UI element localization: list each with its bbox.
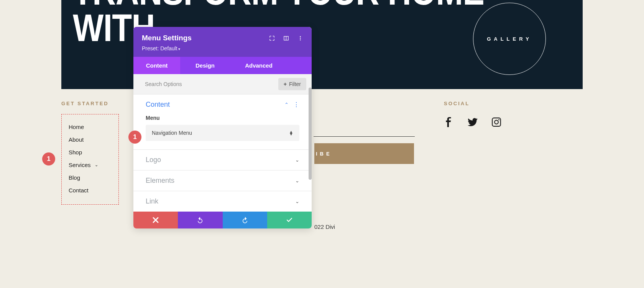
filter-button[interactable]: Filter: [278, 78, 306, 90]
nav-menu-preview: Home About Shop Services⌄ Blog Contact: [61, 114, 119, 205]
instagram-icon[interactable]: [491, 117, 501, 130]
content-group-body: Menu Navigation Menu ▲▼: [133, 115, 312, 149]
social-icons: [444, 117, 501, 130]
svg-point-0: [300, 36, 301, 37]
panel-header[interactable]: Menu Settings Preset: Default: [133, 27, 312, 57]
expand-icon[interactable]: [269, 35, 275, 41]
nav-item-home[interactable]: Home: [69, 121, 112, 133]
panel-action-bar: [133, 212, 312, 228]
nav-item-label: Home: [69, 124, 84, 130]
subscribe-button[interactable]: IBE: [314, 143, 414, 164]
social-heading: SOCIAL: [444, 101, 501, 106]
search-input[interactable]: [139, 78, 278, 90]
divider-line: [314, 136, 415, 137]
select-arrows-icon: ▲▼: [289, 131, 293, 135]
twitter-icon[interactable]: [468, 117, 478, 130]
chevron-down-icon: ⌄: [95, 162, 98, 167]
nav-item-shop[interactable]: Shop: [69, 146, 112, 159]
nav-item-label: Services: [69, 162, 91, 168]
nav-item-blog[interactable]: Blog: [69, 171, 112, 184]
gallery-button[interactable]: GALLERY: [473, 3, 546, 75]
kebab-menu-icon[interactable]: [297, 35, 303, 41]
group-link[interactable]: Link ⌄: [133, 191, 312, 212]
group-logo[interactable]: Logo ⌄: [133, 149, 312, 170]
chevron-down-icon: ⌄: [295, 157, 299, 163]
facebook-icon[interactable]: [444, 117, 454, 130]
group-content[interactable]: Content ⌃ ⋮: [133, 94, 312, 115]
redo-button[interactable]: [223, 212, 267, 228]
annotation-badge-1: 1: [42, 152, 55, 166]
search-row: Filter: [133, 74, 312, 94]
undo-button[interactable]: [178, 212, 222, 228]
svg-point-2: [300, 39, 301, 40]
group-title: Content: [146, 101, 284, 109]
nav-item-label: Contact: [69, 187, 89, 194]
tab-advanced[interactable]: Advanced: [230, 57, 288, 74]
scrollbar-thumb[interactable]: [309, 88, 312, 180]
menu-settings-panel: Menu Settings Preset: Default Content De…: [133, 27, 312, 228]
tab-design[interactable]: Design: [180, 57, 230, 74]
cancel-button[interactable]: [133, 212, 178, 228]
copyright-text: 022 Divi: [314, 223, 335, 230]
chevron-up-icon: ⌃: [284, 102, 289, 108]
menu-select-value: Navigation Menu: [152, 130, 289, 136]
tab-content[interactable]: Content: [133, 57, 180, 74]
group-title: Logo: [146, 156, 295, 164]
nav-item-label: Shop: [69, 149, 82, 156]
preset-selector[interactable]: Preset: Default: [142, 45, 303, 51]
group-title: Link: [146, 197, 295, 205]
chevron-down-icon: ⌄: [295, 199, 299, 204]
panel-tabs: Content Design Advanced: [133, 57, 312, 74]
nav-item-label: Blog: [69, 174, 80, 181]
panel-scrollbar[interactable]: [309, 88, 312, 212]
menu-select[interactable]: Navigation Menu ▲▼: [146, 125, 299, 141]
nav-item-services[interactable]: Services⌄: [69, 159, 112, 171]
group-title: Elements: [146, 177, 295, 185]
menu-field-label: Menu: [146, 115, 299, 121]
nav-item-about[interactable]: About: [69, 133, 112, 146]
nav-item-label: About: [69, 136, 84, 143]
nav-item-contact[interactable]: Contact: [69, 184, 112, 197]
group-options-icon[interactable]: ⋮: [293, 101, 299, 108]
group-elements[interactable]: Elements ⌄: [133, 170, 312, 191]
social-column: SOCIAL: [444, 101, 501, 130]
chevron-down-icon: ⌄: [295, 178, 299, 184]
annotation-badge-2: 1: [128, 131, 141, 144]
svg-point-1: [300, 38, 301, 39]
save-button[interactable]: [267, 212, 312, 228]
responsive-icon[interactable]: [283, 35, 289, 41]
panel-title: Menu Settings: [142, 34, 269, 42]
